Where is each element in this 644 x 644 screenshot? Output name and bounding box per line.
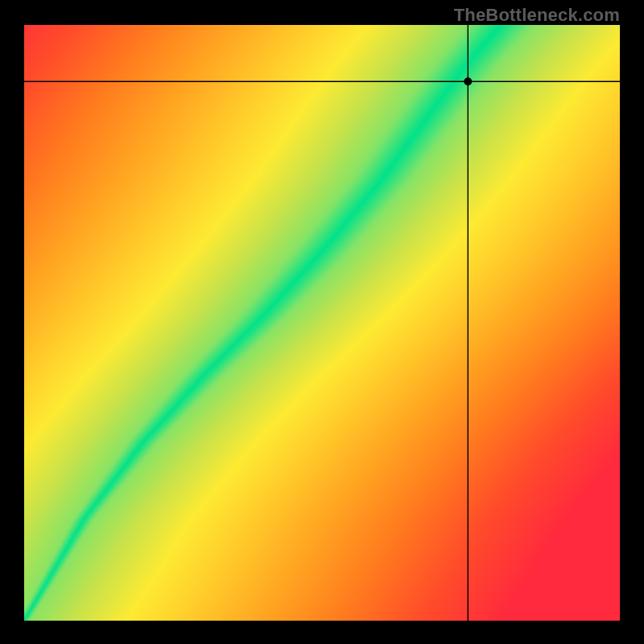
heatmap-plot bbox=[24, 25, 620, 621]
heatmap-canvas bbox=[24, 25, 620, 621]
chart-frame: TheBottleneck.com bbox=[0, 0, 644, 644]
watermark-text: TheBottleneck.com bbox=[454, 5, 620, 26]
